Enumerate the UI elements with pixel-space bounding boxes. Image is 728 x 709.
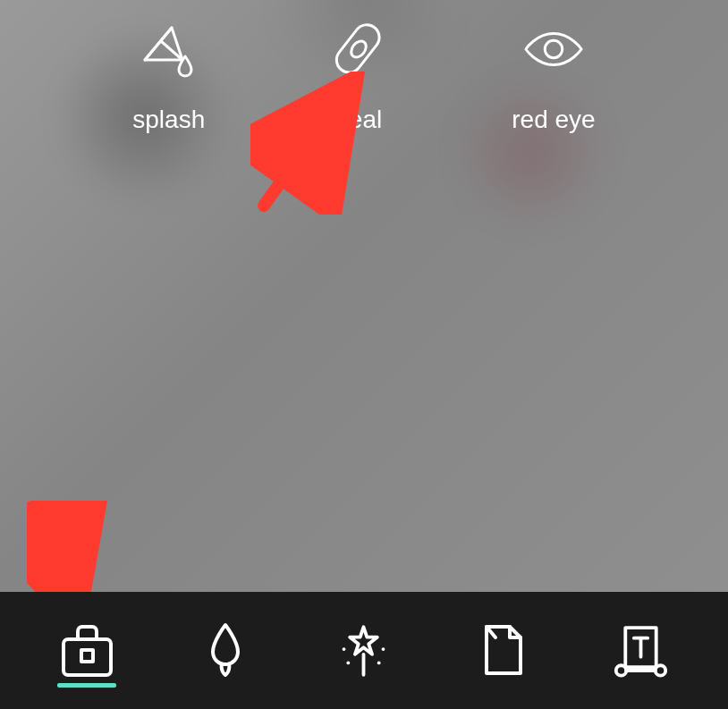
svg-rect-10 (81, 650, 93, 662)
nav-brush[interactable] (172, 592, 279, 709)
text-icon (612, 621, 670, 679)
tool-label: red eye (512, 106, 595, 134)
heal-icon (327, 18, 390, 80)
nav-text[interactable] (588, 592, 695, 709)
nav-toolbox[interactable] (33, 592, 140, 709)
brush-icon (197, 621, 255, 679)
svg-line-0 (145, 28, 172, 60)
nav-effects[interactable] (310, 592, 418, 709)
eye-icon (522, 18, 585, 80)
svg-point-14 (347, 661, 351, 664)
tool-label: splash (132, 106, 205, 134)
svg-rect-2 (331, 20, 384, 78)
svg-point-4 (545, 40, 562, 57)
tool-redeye[interactable]: red eye (512, 18, 595, 134)
bottom-nav (0, 592, 728, 709)
document-icon (473, 621, 531, 679)
tool-splash[interactable]: splash (132, 18, 205, 134)
nav-active-indicator (57, 683, 116, 688)
tools-row: splash heal red eye (0, 18, 728, 134)
svg-point-12 (343, 647, 346, 651)
star-wand-icon (334, 621, 393, 679)
splash-icon (138, 18, 200, 80)
toolbox-icon (58, 621, 116, 679)
tool-heal[interactable]: heal (327, 18, 390, 134)
svg-point-13 (382, 647, 385, 651)
svg-rect-9 (63, 639, 111, 675)
tool-label: heal (334, 106, 382, 134)
svg-point-15 (377, 661, 381, 664)
nav-document[interactable] (449, 592, 556, 709)
